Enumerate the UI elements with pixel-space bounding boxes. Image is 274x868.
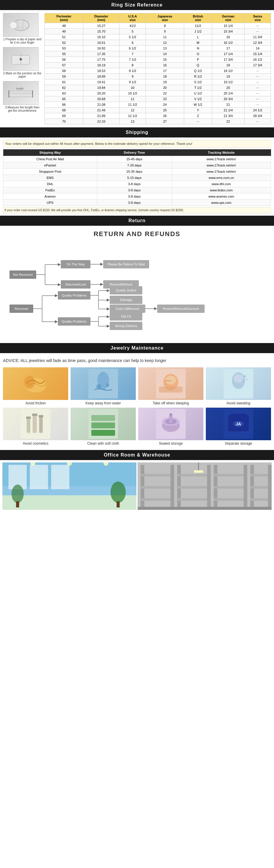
maintenance-item-separate: JA Separate storage — [206, 408, 271, 445]
svg-rect-128 — [170, 465, 174, 507]
table-row: Singapore Post15-35 dayswww.17track.net/… — [3, 168, 271, 175]
maintenance-label-storage: Sealed storoge — [138, 441, 203, 445]
maintenance-section: Jewelry Maintenance ADVICE: ALL jewelrie… — [0, 343, 274, 450]
office-header: Office Room & Warehouse — [0, 450, 274, 460]
table-row: 4915.7059J 1/215 3/4··· — [45, 29, 271, 34]
maintenance-item-cloth: Clean with soft cloth — [71, 408, 136, 445]
office-images — [0, 460, 274, 512]
svg-rect-126 — [141, 486, 171, 489]
svg-text:Resend/Refund/Discount: Resend/Refund/Discount — [163, 307, 199, 310]
table-row: 6119.419 1/219S 1/219 1/2··· — [45, 80, 271, 85]
return-flow-diagram: Not Received On The Way Please Be Pa — [9, 247, 265, 333]
ring-size-table: Perimeter(mm) Diameter(mm) U.S.Asize Jap… — [45, 13, 271, 124]
table-row: 5517.35714O17 1/415 1/4 — [45, 51, 271, 57]
instruction-text-1: 1.Prepare a slip of paper and tie it on … — [3, 38, 42, 44]
svg-rect-146 — [194, 470, 203, 473]
svg-marker-69 — [107, 325, 110, 328]
table-row: 6320.2010 1/222U 1/220 1/4··· — [45, 91, 271, 96]
svg-point-118 — [111, 482, 126, 503]
svg-marker-55 — [154, 307, 157, 310]
svg-rect-114 — [51, 465, 70, 489]
svg-rect-90 — [33, 415, 37, 433]
instruction-3: length 3.Measure the length then get the… — [3, 81, 42, 112]
svg-text:Quality Defect: Quality Defect — [116, 288, 136, 292]
svg-rect-98 — [91, 430, 115, 436]
svg-rect-136 — [214, 486, 244, 489]
maintenance-label-sweating: Avoid sweating — [206, 401, 271, 405]
svg-rect-132 — [177, 498, 208, 501]
svg-rect-143 — [268, 465, 272, 507]
svg-rect-81 — [159, 386, 183, 393]
maintenance-img-sweating — [206, 367, 271, 400]
table-row: 5918.89918R 1/219··· — [45, 74, 271, 80]
svg-rect-117 — [16, 501, 19, 507]
svg-text:Quality Problems: Quality Problems — [62, 320, 87, 323]
svg-text:On The Way: On The Way — [66, 262, 85, 266]
svg-rect-113 — [30, 465, 48, 489]
instruction-1: 1.Prepare a slip of paper and tie it on … — [3, 13, 42, 44]
maintenance-advice: ADVICE: ALL jewelries will fade as time … — [3, 358, 271, 364]
table-row: 6621.0811 1/224W 1/221··· — [45, 102, 271, 107]
shipping-col-time: Delivery Time — [97, 149, 172, 156]
svg-rect-137 — [214, 498, 244, 501]
maintenance-grid: Avoid friction Keep away from water — [3, 367, 271, 445]
svg-marker-37 — [55, 294, 58, 297]
svg-point-87 — [243, 380, 245, 381]
maintenance-item-sweating: Avoid sweating — [206, 367, 271, 405]
maintenance-label-separate: Separate storage — [206, 441, 271, 445]
maintenance-label-water: Keep away from water — [71, 401, 136, 405]
maintenance-img-cloth — [71, 408, 136, 440]
svg-marker-29 — [100, 283, 103, 286]
svg-text:Returned/Lost: Returned/Lost — [65, 283, 86, 286]
col-perimeter: Perimeter(mm) — [45, 13, 83, 23]
maintenance-item-friction: Avoid friction — [3, 367, 68, 405]
maintenance-header: Jewelry Maintenance — [0, 343, 274, 353]
col-german: Germansize — [212, 13, 244, 23]
shipping-section: Shipping Your orders will be shipped out… — [0, 127, 274, 216]
svg-text:Please Be Patient To Wait: Please Be Patient To Wait — [107, 262, 145, 266]
maintenance-label-cosmetics: Avoid cosmetics — [3, 441, 68, 445]
shipping-table: Shipping Way Delivery Time Tracking Webs… — [3, 149, 271, 206]
svg-text:JA: JA — [236, 422, 241, 426]
svg-point-84 — [234, 374, 243, 382]
table-row: 5718.19816Q1817 3/4 — [45, 63, 271, 68]
svg-rect-130 — [177, 474, 208, 476]
maintenance-label-sleeping: Take off when sleeping — [138, 401, 203, 405]
instruction-img-3: length — [3, 81, 38, 105]
svg-rect-119 — [116, 501, 119, 507]
svg-text:length: length — [16, 87, 24, 90]
col-diameter: Diameter(mm) — [83, 13, 119, 23]
table-row: DHL3-8 dayswww.dhl.com — [3, 181, 271, 187]
shipping-col-way: Shipping Way — [3, 149, 97, 156]
instruction-img-1 — [3, 13, 38, 37]
table-row: EMS5-15 dayswww.ems.com.cn — [3, 175, 271, 181]
maintenance-img-separate: JA — [206, 408, 271, 440]
office-section: Office Room & Warehouse — [0, 450, 274, 512]
shipping-intro: Your orders will be shipped out within 4… — [3, 140, 271, 148]
svg-text:Wrong Delivery: Wrong Delivery — [115, 324, 137, 328]
svg-rect-125 — [141, 474, 171, 476]
svg-text:Quality Problems: Quality Problems — [62, 293, 87, 297]
svg-rect-97 — [91, 423, 115, 428]
instruction-text-3: 3.Measure the length then get the circum… — [3, 106, 42, 112]
maintenance-img-cosmetics — [3, 408, 68, 440]
maintenance-item-storage: Sealed storoge — [138, 408, 203, 445]
svg-rect-131 — [177, 486, 208, 489]
svg-marker-65 — [107, 315, 110, 318]
svg-text:Received: Received — [15, 307, 28, 310]
table-row: 4815.2741/2811/215 1/4··· — [45, 23, 271, 29]
table-row: 5116.105 1/211L1611 3/4 — [45, 34, 271, 40]
table-row: 5818.538 1/217Q 1/218 1/2··· — [45, 68, 271, 74]
svg-point-76 — [97, 384, 101, 389]
svg-rect-144 — [138, 507, 272, 510]
maintenance-label-cloth: Clean with soft cloth — [71, 441, 136, 445]
shipping-header: Shipping — [0, 127, 274, 137]
table-row: 6921.8912 1/226Z21 3/428 3/4 — [45, 113, 271, 119]
maintenance-img-water — [71, 367, 136, 400]
svg-rect-135 — [214, 474, 244, 476]
svg-marker-19 — [58, 283, 61, 286]
table-row: 6520.681123V 1/220 3/4··· — [45, 96, 271, 102]
col-usa: U.S.Asize — [119, 13, 146, 23]
maintenance-img-storage — [138, 408, 203, 440]
svg-marker-51 — [107, 308, 110, 310]
